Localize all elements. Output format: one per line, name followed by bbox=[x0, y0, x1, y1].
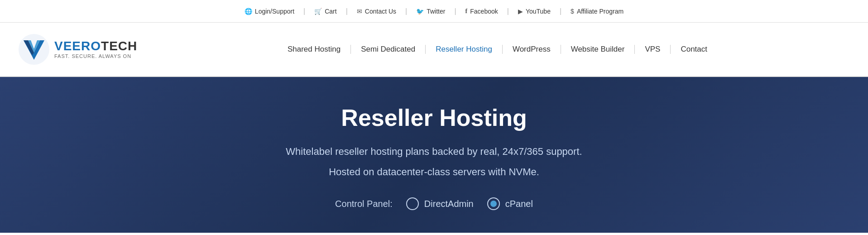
nav-contact[interactable]: Contact bbox=[671, 45, 717, 54]
sep-5: | bbox=[506, 7, 510, 15]
hero-subtitle2: Hosted on datacenter-class servers with … bbox=[329, 164, 539, 179]
control-panel-label: Control Panel: bbox=[335, 199, 393, 209]
nav-vps[interactable]: VPS bbox=[635, 45, 671, 54]
nav-wordpress[interactable]: WordPress bbox=[503, 45, 561, 54]
radio-circle-cpanel bbox=[487, 197, 500, 210]
logo-icon bbox=[18, 34, 50, 65]
nav-website-builder[interactable]: Website Builder bbox=[561, 45, 635, 54]
main-nav: Shared Hosting Semi Dedicated Reseller H… bbox=[145, 45, 850, 54]
hero-title: Reseller Hosting bbox=[341, 104, 527, 131]
topbar-login-label: Login/Support bbox=[255, 8, 294, 15]
dollar-icon: $ bbox=[571, 8, 574, 15]
logo-tech: TECH bbox=[101, 39, 137, 53]
header: VEEROTECH FAST. SECURE. ALWAYS ON Shared… bbox=[0, 23, 868, 77]
logo-veero: VEERO bbox=[54, 39, 101, 53]
topbar-facebook-label: Facebook bbox=[470, 8, 498, 15]
cart-icon: 🛒 bbox=[314, 8, 322, 15]
youtube-icon: ▶ bbox=[518, 8, 523, 15]
logo-name: VEEROTECH bbox=[54, 40, 137, 53]
nav-shared-hosting[interactable]: Shared Hosting bbox=[278, 45, 351, 54]
facebook-icon: f bbox=[465, 8, 468, 15]
topbar-twitter-label: Twitter bbox=[427, 8, 445, 15]
twitter-icon: 🐦 bbox=[416, 8, 424, 15]
hero-section: Reseller Hosting Whitelabel reseller hos… bbox=[0, 77, 868, 233]
sep-2: | bbox=[345, 7, 349, 15]
sep-4: | bbox=[453, 7, 457, 15]
email-icon: ✉ bbox=[357, 8, 362, 15]
logo-tagline: FAST. SECURE. ALWAYS ON bbox=[54, 53, 137, 59]
top-bar: 🌐 Login/Support | 🛒 Cart | ✉ Contact Us … bbox=[0, 0, 868, 23]
topbar-affiliate[interactable]: $ Affiliate Program bbox=[562, 8, 632, 15]
topbar-cart-label: Cart bbox=[325, 8, 336, 15]
radio-label-cpanel: cPanel bbox=[505, 199, 533, 209]
topbar-login-support[interactable]: 🌐 Login/Support bbox=[236, 8, 302, 15]
logo-text: VEEROTECH FAST. SECURE. ALWAYS ON bbox=[54, 40, 137, 59]
control-panel-row: Control Panel: DirectAdmin cPanel bbox=[335, 197, 533, 210]
topbar-twitter[interactable]: 🐦 Twitter bbox=[408, 8, 453, 15]
nav-reseller-hosting[interactable]: Reseller Hosting bbox=[426, 45, 503, 54]
topbar-facebook[interactable]: f Facebook bbox=[457, 8, 506, 15]
globe-icon: 🌐 bbox=[245, 8, 252, 15]
top-bar-inner: 🌐 Login/Support | 🛒 Cart | ✉ Contact Us … bbox=[236, 7, 632, 15]
radio-cpanel[interactable]: cPanel bbox=[487, 197, 533, 210]
topbar-cart[interactable]: 🛒 Cart bbox=[306, 8, 345, 15]
radio-circle-directadmin bbox=[406, 197, 419, 210]
hero-subtitle: Whitelabel reseller hosting plans backed… bbox=[286, 144, 582, 159]
topbar-contact-label: Contact Us bbox=[365, 8, 396, 15]
logo[interactable]: VEEROTECH FAST. SECURE. ALWAYS ON bbox=[18, 34, 145, 65]
topbar-youtube[interactable]: ▶ YouTube bbox=[510, 8, 559, 15]
sep-6: | bbox=[559, 7, 562, 15]
sep-1: | bbox=[302, 7, 306, 15]
radio-directadmin[interactable]: DirectAdmin bbox=[406, 197, 474, 210]
topbar-affiliate-label: Affiliate Program bbox=[577, 8, 623, 15]
topbar-youtube-label: YouTube bbox=[526, 8, 551, 15]
nav-semi-dedicated[interactable]: Semi Dedicated bbox=[351, 45, 426, 54]
radio-dot-cpanel bbox=[490, 201, 497, 207]
radio-label-directadmin: DirectAdmin bbox=[424, 199, 474, 209]
sep-3: | bbox=[404, 7, 408, 15]
topbar-contact-us[interactable]: ✉ Contact Us bbox=[349, 8, 404, 15]
